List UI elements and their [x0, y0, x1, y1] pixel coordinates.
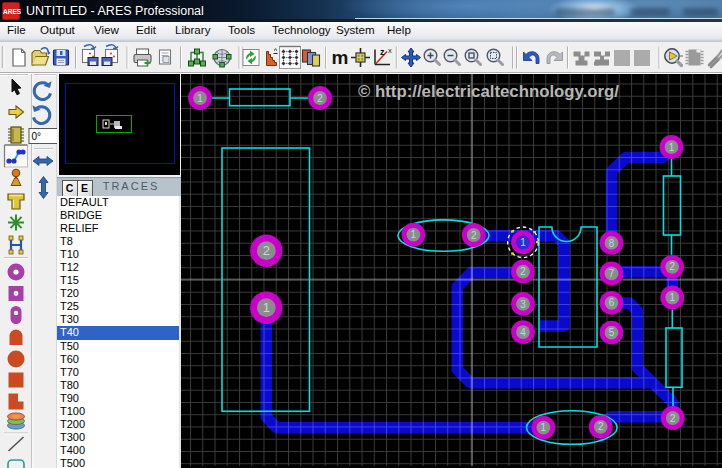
svg-text:7: 7 [609, 268, 615, 279]
svg-text:1: 1 [520, 237, 526, 248]
svg-text:x: x [388, 46, 392, 55]
svg-text:2: 2 [263, 243, 270, 258]
svg-text:2: 2 [317, 93, 323, 104]
svg-text:0°: 0° [32, 131, 42, 142]
svg-text:2: 2 [598, 421, 604, 432]
svg-text:1: 1 [670, 292, 676, 303]
svg-text:1: 1 [197, 93, 203, 104]
svg-text:1: 1 [541, 422, 547, 433]
svg-text:2: 2 [669, 261, 675, 272]
svg-text:2: 2 [670, 413, 676, 424]
svg-text:z: z [380, 47, 385, 57]
svg-text:8: 8 [609, 238, 615, 249]
svg-text:3: 3 [520, 299, 526, 310]
svg-text:6: 6 [609, 297, 615, 308]
svg-text:2: 2 [520, 266, 526, 277]
svg-text:© http://electricaltechnology.: © http://electricaltechnology.org/ [358, 82, 619, 101]
svg-text:5: 5 [609, 327, 615, 338]
svg-text:m: m [332, 47, 349, 68]
svg-text:2: 2 [471, 230, 477, 241]
svg-text:1: 1 [263, 300, 270, 315]
svg-text:1: 1 [411, 229, 417, 240]
svg-text:4: 4 [520, 327, 526, 338]
svg-text:1: 1 [669, 142, 675, 153]
